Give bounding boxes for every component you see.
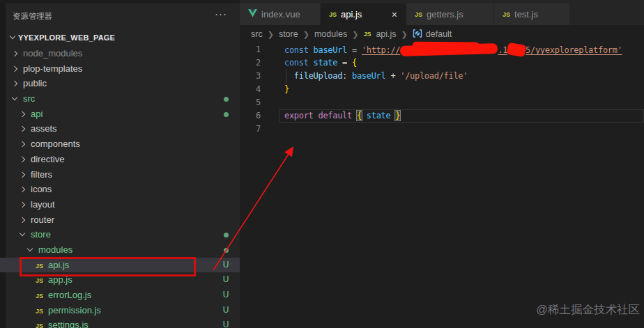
tree-item-settings-js[interactable]: JSsettings.jsU xyxy=(0,318,240,328)
chevron-down-icon xyxy=(27,246,33,251)
breadcrumb-item-src[interactable]: src xyxy=(251,29,263,39)
code-line-1[interactable]: 1const baseUrl = 'http://.15/yyexplorepl… xyxy=(240,43,644,56)
code-token: baseUrl xyxy=(314,45,347,55)
tab-api-js[interactable]: JSapi.js× xyxy=(321,3,406,25)
tree-item-assets[interactable]: assets xyxy=(0,121,240,136)
code-line-7[interactable]: 7 xyxy=(240,123,644,136)
symbol-variable-icon xyxy=(413,29,422,40)
code-line-2[interactable]: 2const state = { xyxy=(240,56,644,70)
code-token: baseUrl xyxy=(352,71,385,81)
chevron-right-icon xyxy=(12,51,17,56)
tree-item-label: app.js xyxy=(48,274,72,285)
tab-getters-js[interactable]: JSgetters.js xyxy=(406,3,493,25)
tree-item-label: directive xyxy=(31,154,64,164)
tree-item-node-modules[interactable]: node_modules xyxy=(0,46,240,61)
line-number: 1 xyxy=(240,43,261,56)
file-tree: node_modulesplop-templatespublicsrcapias… xyxy=(0,46,240,328)
explorer-sidebar: 资源管理器 ··· YYEXPLORE_WEB_PAGE node_module… xyxy=(0,0,240,328)
tree-item-label: public xyxy=(23,78,47,88)
breadcrumb-item-store[interactable]: store xyxy=(279,29,298,39)
project-root-folder[interactable]: YYEXPLORE_WEB_PAGE xyxy=(6,30,240,45)
tree-item-label: src xyxy=(23,93,35,104)
line-number: 5 xyxy=(240,96,261,109)
tree-item-src[interactable]: src xyxy=(0,91,240,107)
chevron-right-icon xyxy=(20,217,25,222)
tab-label: index.vue xyxy=(261,9,300,19)
js-file-icon: JS xyxy=(329,11,337,18)
chevron-right-icon xyxy=(20,202,25,208)
chevron-down-icon xyxy=(10,33,15,39)
code-token: const xyxy=(284,45,314,55)
close-icon[interactable]: × xyxy=(392,10,397,19)
tree-item-public[interactable]: public xyxy=(0,76,240,91)
line-number: 7 xyxy=(240,123,261,136)
tree-item-label: permission.js xyxy=(48,305,101,315)
tree-item-label: modules xyxy=(38,244,72,255)
js-file-icon: JS xyxy=(36,319,43,328)
tree-item-modules[interactable]: modules xyxy=(0,242,240,258)
line-content: const state = { xyxy=(261,56,357,70)
code-token: fileUpload xyxy=(294,71,342,81)
tree-item-store[interactable]: store xyxy=(0,227,240,242)
code-line-3[interactable]: 3 fileUpload: baseUrl + '/upload/file' xyxy=(240,70,644,83)
tree-item-label: icons xyxy=(31,184,52,194)
line-number: 2 xyxy=(240,56,261,70)
tree-item-api[interactable]: api xyxy=(0,107,240,122)
chevron-right-icon xyxy=(20,187,25,192)
git-modified-dot-badge xyxy=(224,233,229,237)
chevron-right-icon: ❯ xyxy=(352,30,358,39)
tree-item-label: errorLog.js xyxy=(48,290,91,300)
tree-item-label: filters xyxy=(31,169,52,180)
line-number: 4 xyxy=(240,83,261,96)
tree-item-router[interactable]: router xyxy=(0,212,240,228)
explorer-header: 资源管理器 ··· xyxy=(6,10,240,24)
tree-item-label: node_modules xyxy=(23,48,82,58)
code-line-6[interactable]: 6export default { state } xyxy=(240,109,644,123)
chevron-down-icon xyxy=(20,231,25,236)
tree-item-directive[interactable]: directive xyxy=(0,152,240,167)
tree-item-plop-templates[interactable]: plop-templates xyxy=(0,61,240,77)
tree-item-app-js[interactable]: JSapp.jsU xyxy=(0,272,240,288)
code-editor[interactable]: 1const baseUrl = 'http://.15/yyexplorepl… xyxy=(240,43,644,136)
vue-file-icon xyxy=(248,9,257,19)
line-number: 3 xyxy=(240,70,261,83)
tree-item-components[interactable]: components xyxy=(0,136,240,152)
tree-item-filters[interactable]: filters xyxy=(0,167,240,182)
explorer-title: 资源管理器 xyxy=(13,11,53,22)
code-token: = xyxy=(337,58,352,68)
js-file-icon: JS xyxy=(36,259,43,274)
tree-item-layout[interactable]: layout xyxy=(0,197,240,212)
project-name: YYEXPLORE_WEB_PAGE xyxy=(18,33,115,42)
chevron-right-icon xyxy=(20,141,25,147)
annotation-red-scribble xyxy=(507,42,526,57)
chevron-right-icon xyxy=(20,157,25,162)
current-line-highlight xyxy=(279,109,644,123)
code-line-5[interactable]: 5 xyxy=(240,96,644,109)
chevron-right-icon xyxy=(12,81,17,86)
chevron-right-icon: ❯ xyxy=(268,30,274,39)
breadcrumb-label: api.js xyxy=(376,29,396,39)
line-content xyxy=(261,96,284,109)
tab-label: getters.js xyxy=(427,9,463,19)
tab-test-js[interactable]: JStest.js xyxy=(494,3,569,25)
tree-item-label: api xyxy=(31,109,43,119)
tree-item-errorLog-js[interactable]: JSerrorLog.jsU xyxy=(0,288,240,303)
sidebar-top-strip xyxy=(0,0,240,3)
tree-item-api-js[interactable]: JSapi.jsU xyxy=(0,258,240,273)
code-token: + xyxy=(385,71,400,81)
chevron-down-icon xyxy=(12,95,17,100)
git-untracked-badge: U xyxy=(220,303,231,318)
breadcrumb-label: store xyxy=(279,29,298,39)
code-line-4[interactable]: 4} xyxy=(240,83,644,96)
tree-item-icons[interactable]: icons xyxy=(0,182,240,197)
more-actions-icon[interactable]: ··· xyxy=(215,8,227,19)
breadcrumb-item-default[interactable]: default xyxy=(413,29,452,40)
breadcrumb-item-api-js[interactable]: JSapi.js xyxy=(363,29,396,39)
code-token: 'http:// xyxy=(362,45,400,55)
tab-index-vue[interactable]: index.vue xyxy=(240,3,320,25)
breadcrumb-item-modules[interactable]: modules xyxy=(314,29,347,39)
tree-item-permission-js[interactable]: JSpermission.jsU xyxy=(0,303,240,318)
git-modified-dot-badge xyxy=(224,112,229,117)
editor-area: index.vueJSapi.js×JSgetters.jsJStest.js … xyxy=(240,0,644,328)
git-untracked-badge: U xyxy=(220,288,231,303)
